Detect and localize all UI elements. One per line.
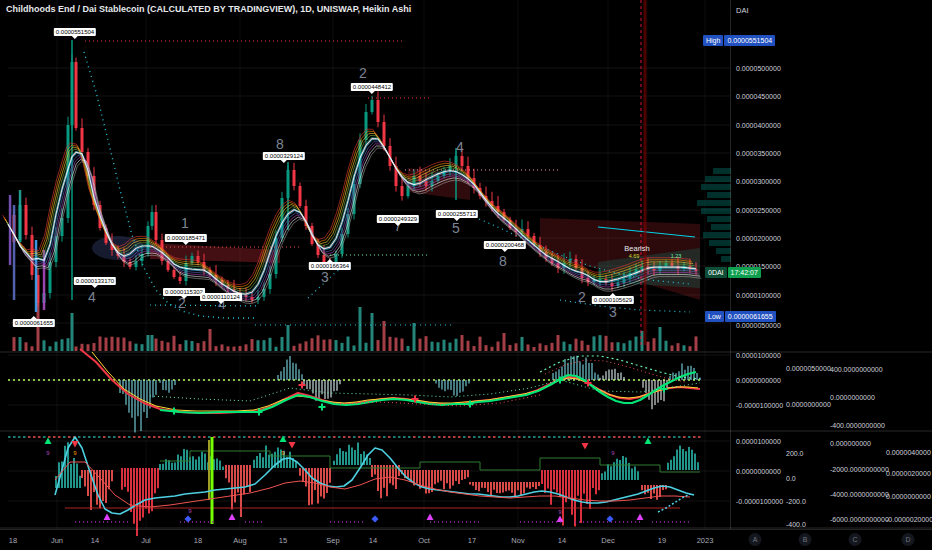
wave-number: 2	[359, 65, 367, 81]
indicator-tick: 0.0000000000	[736, 377, 781, 384]
price-tick: 0.0000050000	[736, 322, 781, 329]
indicator-tick: -0.0000100000	[736, 498, 783, 505]
svg-text:9: 9	[46, 450, 50, 456]
indicator-tick: 0.0000100000	[736, 352, 781, 359]
time-label: Oct	[418, 536, 430, 545]
svg-text:9: 9	[73, 450, 77, 456]
scale-button-d[interactable]: D	[902, 533, 915, 546]
price-callout: 0.0000166364	[309, 262, 351, 270]
price-callout: 0.0000551504	[54, 28, 96, 36]
time-label: 2023	[697, 536, 714, 545]
indicator-tick: -0.0000100000	[736, 402, 783, 409]
time-axis-divider	[0, 529, 932, 530]
indicator-tick: 0.0000050000	[786, 365, 831, 372]
time-label: 14	[369, 536, 377, 545]
trading-chart-window[interactable]: 9999994.691.23 Childhoods End / Dai Stab…	[0, 0, 932, 550]
scale-button-b[interactable]: B	[799, 533, 812, 546]
chart-canvas[interactable]: 9999994.691.23	[0, 0, 932, 550]
price-callout: 0.0000329124	[263, 152, 305, 160]
time-label: Jul	[141, 536, 151, 545]
indicator-tick: -400.0000000000	[830, 422, 885, 429]
indicator-tick: 400.0000000000	[830, 366, 883, 373]
time-label: 14	[91, 536, 99, 545]
countdown-badge: 0DAI 17:42:07	[705, 267, 761, 278]
wave-number: 8	[499, 253, 507, 269]
price-tick: 0.0000200000	[736, 235, 781, 242]
high-price-badge: High 0.0000551504	[703, 35, 775, 46]
symbol-title: Childhoods End / Dai Stablecoin (CALCULA…	[6, 4, 411, 14]
time-label: 18	[9, 536, 17, 545]
price-tick: 0.0000400000	[736, 122, 781, 129]
low-badge-value: 0.0000061655	[725, 311, 776, 322]
price-axis-symbol-label: DAI	[736, 6, 749, 15]
indicator-tick: -4000.0000000000	[830, 491, 889, 498]
svg-text:1.23: 1.23	[671, 253, 682, 259]
time-label: Sep	[326, 536, 339, 545]
price-tick: 0.0000450000	[736, 93, 781, 100]
time-label: 18	[194, 536, 202, 545]
indicator-tick: 0.0000000000	[786, 401, 831, 408]
wave-number: 4	[456, 139, 464, 155]
svg-text:9: 9	[188, 508, 192, 514]
time-label: Jun	[51, 536, 63, 545]
time-label: 17	[468, 536, 476, 545]
time-label: 15	[279, 536, 287, 545]
bearish-annotation: Bearish	[624, 244, 649, 253]
price-callout: 0.0000255713	[436, 210, 478, 218]
indicator-tick: 0.0000000000	[830, 394, 875, 401]
indicator-tick: 0.0000040000	[886, 449, 931, 456]
indicator-tick: 0.0	[786, 475, 796, 482]
price-callout: 0.0000061655	[13, 319, 55, 327]
low-price-badge: Low 0.0000061655	[705, 311, 776, 322]
low-badge-label: Low	[705, 311, 724, 322]
indicator-tick: -400.0	[786, 521, 806, 528]
indicator-tick: 0.0000000000	[886, 493, 931, 500]
price-callout: 0.0000200468	[484, 241, 526, 249]
indicator-tick: -0.0000020000	[886, 516, 932, 523]
indicator-tick: -6000.0000000000	[830, 516, 889, 523]
svg-text:4.69: 4.69	[629, 253, 640, 259]
price-tick: 0.0000250000	[736, 207, 781, 214]
price-tick: 0.0000350000	[736, 150, 781, 157]
price-callout: 0.0000133170	[74, 277, 116, 285]
price-callout: 0.0000110124	[200, 293, 242, 301]
countdown-symbol: 0DAI	[705, 267, 727, 278]
time-label: Aug	[233, 536, 246, 545]
indicator-tick: 200.0	[786, 450, 804, 457]
price-axis-divider	[730, 0, 731, 529]
svg-text:9: 9	[611, 450, 615, 456]
scale-button-c[interactable]: C	[849, 533, 862, 546]
price-tick: 0.0000300000	[736, 178, 781, 185]
scale-button-a[interactable]: A	[749, 533, 762, 546]
high-badge-label: High	[703, 35, 723, 46]
time-label: 14	[558, 536, 566, 545]
price-callout: 0.0000448412	[351, 83, 393, 91]
price-tick: 0.0000100000	[736, 292, 781, 299]
price-tick: 0.0000500000	[736, 65, 781, 72]
time-label: Dec	[601, 536, 614, 545]
price-callout: 0.0000115302	[163, 288, 205, 296]
indicator-tick: 0.0000000000	[736, 468, 781, 475]
indicator-tick: 0.0000020000	[886, 470, 931, 477]
time-label: Nov	[511, 536, 524, 545]
wave-number: 3	[321, 269, 329, 285]
wave-number: 1	[181, 215, 189, 231]
wave-number: 5	[452, 220, 460, 236]
price-callout: 0.0000185471	[165, 234, 207, 242]
high-badge-value: 0.0000551504	[724, 35, 775, 46]
indicator-tick: 0.0000100000	[736, 438, 781, 445]
indicator-tick: 0.000000000	[830, 440, 871, 447]
wave-number: 2	[578, 289, 586, 305]
price-callout: 0.0000105629	[592, 296, 634, 304]
time-label: 19	[658, 536, 666, 545]
price-callout: 0.0000249329	[377, 215, 419, 223]
wave-number: 3	[609, 304, 617, 320]
indicator-tick: -2000.0000000000	[830, 466, 889, 473]
indicator-tick: -200.0	[786, 498, 806, 505]
wave-number: 8	[276, 136, 284, 152]
wave-number: 4	[88, 289, 96, 305]
countdown-timer: 17:42:07	[728, 267, 761, 278]
svg-text:9: 9	[558, 509, 562, 515]
